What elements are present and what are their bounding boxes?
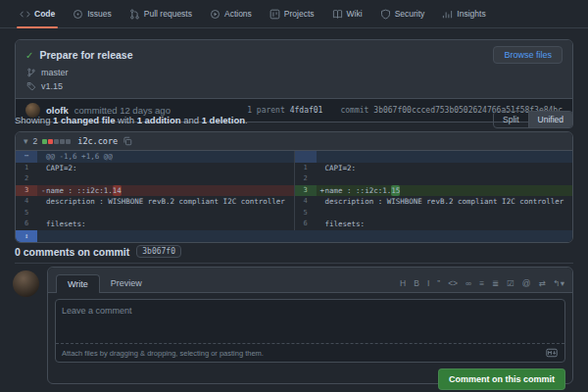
diffstat-squares xyxy=(42,139,71,144)
diff-row: 4 description : WISHBONE revB.2 complian… xyxy=(16,196,572,208)
line-number-left[interactable]: 4 xyxy=(16,196,37,208)
section-divider xyxy=(15,263,573,264)
tab-actions-label: Actions xyxy=(224,9,252,19)
line-number-left[interactable]: 5 xyxy=(16,208,37,220)
issue-opened-icon xyxy=(73,9,83,20)
italic-icon[interactable]: I xyxy=(427,279,429,288)
added-code-text: name : ::i2c:1. xyxy=(325,185,392,197)
hunk-header-row: ⋯ @@ -1,6 +1,6 @@ xyxy=(16,151,572,163)
composer-actions: Comment on this commit xyxy=(48,363,572,392)
ordered-list-icon[interactable]: ≣ xyxy=(492,279,499,288)
tab-projects[interactable]: Projects xyxy=(262,0,322,27)
diff-filename[interactable]: i2c.core xyxy=(77,136,118,146)
line-number-left[interactable]: 1 xyxy=(16,163,37,174)
diff-row: 5 5 xyxy=(16,208,572,220)
diff-split-view: ⋯ @@ -1,6 +1,6 @@ 1 CAPI=2: 1 CAPI=2: 2 … xyxy=(16,151,572,242)
deleted-word-highlight: 14 xyxy=(113,185,122,197)
comments-count-heading: 0 comments on commit xyxy=(15,246,129,258)
tab-insights[interactable]: Insights xyxy=(434,0,493,27)
book-icon xyxy=(332,9,343,20)
tab-code[interactable]: Code xyxy=(12,0,63,27)
diff-summary-row: Showing 1 changed file with 1 addition a… xyxy=(15,108,573,131)
hunk-header-text: @@ -1,6 +1,6 @@ xyxy=(46,151,113,163)
tag-row: v1.15 xyxy=(25,81,563,91)
expand-diff-icon[interactable]: ↕ xyxy=(16,230,37,242)
hunk-expand-gutter[interactable]: ⋯ xyxy=(16,151,37,163)
copy-icon[interactable] xyxy=(122,136,132,146)
check-icon: ✓ xyxy=(25,50,33,61)
repo-nav: Code Issues Pull requests Actions Projec… xyxy=(0,0,588,28)
tab-wiki[interactable]: Wiki xyxy=(324,0,370,27)
attach-files-area[interactable]: Attach files by dragging & dropping, sel… xyxy=(56,343,564,362)
shield-icon xyxy=(380,9,391,20)
deleted-code-text: name : ::i2c:1. xyxy=(46,185,113,197)
mention-icon[interactable]: @ xyxy=(522,279,531,288)
tab-issues-label: Issues xyxy=(87,9,112,19)
code-line-left: CAPI=2: xyxy=(46,163,77,174)
git-branch-icon xyxy=(26,68,36,77)
task-list-icon[interactable]: ☑ xyxy=(507,279,514,288)
tag-name: v1.15 xyxy=(41,81,63,91)
diff-file-box: ▾ 2 i2c.core ⋯ @@ -1,6 +1,6 @@ 1 CAPI=2:… xyxy=(15,131,573,243)
commit-title: Prepare for release xyxy=(39,49,493,61)
commit-short-hash-chip: 3b067f0 xyxy=(136,245,181,258)
diff-row: 2 2 xyxy=(16,173,572,185)
comment-input-container: Attach files by dragging & dropping, sel… xyxy=(55,299,565,363)
line-number-right[interactable]: 3 xyxy=(294,185,317,197)
tab-insights-label: Insights xyxy=(457,9,485,19)
diff-view-toggle: Split Unified xyxy=(493,111,573,128)
tab-security[interactable]: Security xyxy=(372,0,433,27)
code-icon xyxy=(20,9,30,20)
tab-pull-requests-label: Pull requests xyxy=(144,9,192,19)
diff-row: 1 CAPI=2: 1 CAPI=2: xyxy=(16,163,572,174)
tab-actions[interactable]: Actions xyxy=(202,0,260,27)
changed-lines-count: 2 xyxy=(33,136,38,146)
code-line-right: description : WISHBONE revB.2 compliant … xyxy=(325,196,564,208)
comments-heading-row: 0 comments on commit 3b067f0 xyxy=(15,245,181,258)
bold-icon[interactable]: B xyxy=(414,279,419,288)
collapse-chevron-icon[interactable]: ▾ xyxy=(24,136,28,146)
line-number-right[interactable]: 2 xyxy=(294,173,317,185)
line-number-left[interactable]: 3 xyxy=(16,185,37,197)
tab-pull-requests[interactable]: Pull requests xyxy=(122,0,200,27)
unordered-list-icon[interactable]: ≡ xyxy=(479,279,484,288)
code-line-right: filesets: xyxy=(325,219,366,230)
link-icon[interactable]: ∞ xyxy=(466,279,471,288)
tag-icon xyxy=(26,81,36,91)
added-word-highlight: 15 xyxy=(391,185,400,197)
line-number-right[interactable]: 1 xyxy=(294,163,317,174)
graph-icon xyxy=(442,9,453,20)
write-tab[interactable]: Write xyxy=(56,274,100,293)
diff-expander-row: ↕ xyxy=(16,230,572,242)
browse-files-button[interactable]: Browse files xyxy=(493,46,563,64)
code-line-left: filesets: xyxy=(46,219,86,230)
unified-view-button[interactable]: Unified xyxy=(528,112,572,127)
quote-icon[interactable]: ” xyxy=(437,279,440,288)
comment-input[interactable] xyxy=(56,300,564,339)
composer-tab-bar: Write Preview HBI”<>∞≡≣☑@⇄↰▾ xyxy=(48,268,572,293)
project-icon xyxy=(270,9,280,20)
line-number-right[interactable]: 5 xyxy=(294,208,317,220)
diff-file-header: ▾ 2 i2c.core xyxy=(16,132,572,151)
code-line-left: description : WISHBONE revB.2 compliant … xyxy=(46,196,285,208)
cross-reference-icon[interactable]: ⇄ xyxy=(538,279,545,288)
saved-replies-icon[interactable]: ↰▾ xyxy=(554,279,564,288)
tab-issues[interactable]: Issues xyxy=(65,0,120,27)
markdown-icon[interactable] xyxy=(545,348,559,358)
attach-files-text: Attach files by dragging & dropping, sel… xyxy=(62,349,545,358)
branch-row: master xyxy=(25,68,563,77)
preview-tab[interactable]: Preview xyxy=(100,274,153,292)
current-user-avatar xyxy=(13,270,39,297)
line-number-right[interactable]: 6 xyxy=(294,219,317,230)
comment-submit-button[interactable]: Comment on this commit xyxy=(438,368,565,390)
diff-row-changed: 3 -name : ::i2c:1.14 3 +name : ::i2c:1.1… xyxy=(16,185,572,197)
tab-security-label: Security xyxy=(395,9,425,19)
split-view-button[interactable]: Split xyxy=(494,112,528,127)
tab-projects-label: Projects xyxy=(284,9,315,19)
line-number-right[interactable]: 4 xyxy=(294,196,317,208)
line-number-left[interactable]: 6 xyxy=(16,219,37,230)
code-icon[interactable]: <> xyxy=(448,279,458,288)
line-number-left[interactable]: 2 xyxy=(16,173,37,185)
heading-icon[interactable]: H xyxy=(400,279,406,288)
diff-row: 6 filesets: 6 filesets: xyxy=(16,219,572,230)
